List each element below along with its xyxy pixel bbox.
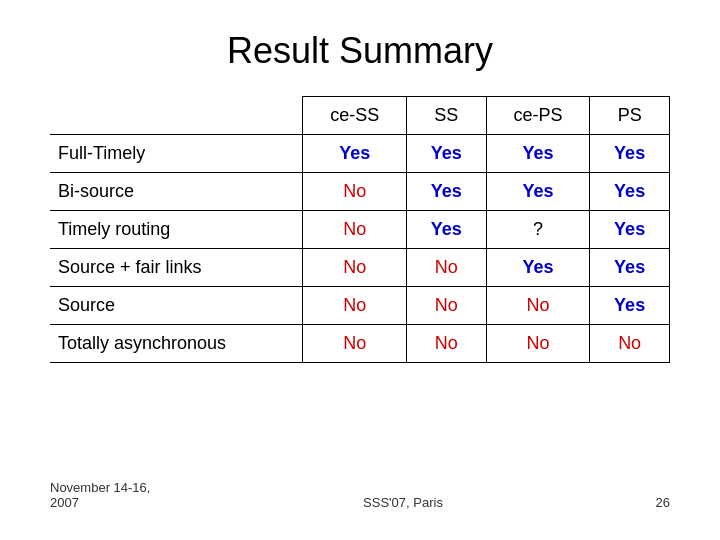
footer-page: 26: [656, 495, 670, 510]
table-row: Bi-sourceNoYesYesYes: [50, 173, 670, 211]
row-label: Source + fair links: [50, 249, 303, 287]
page-title: Result Summary: [227, 30, 493, 72]
table-cell: No: [486, 325, 590, 363]
table-cell: ?: [486, 211, 590, 249]
table-cell: No: [303, 249, 407, 287]
header-ce-ss: ce-SS: [303, 97, 407, 135]
table-cell: No: [407, 249, 487, 287]
table-cell: Yes: [407, 211, 487, 249]
page: Result Summary ce-SS SS ce-PS PS Full-Ti…: [0, 0, 720, 540]
table-cell: Yes: [486, 173, 590, 211]
table-cell: No: [590, 325, 670, 363]
table-row: SourceNoNoNoYes: [50, 287, 670, 325]
header-ce-ps: ce-PS: [486, 97, 590, 135]
table-cell: No: [303, 211, 407, 249]
table-row: Totally asynchronousNoNoNoNo: [50, 325, 670, 363]
header-empty: [50, 97, 303, 135]
table-wrapper: ce-SS SS ce-PS PS Full-TimelyYesYesYesYe…: [50, 96, 670, 363]
header-ss: SS: [407, 97, 487, 135]
footer-conference: SSS'07, Paris: [363, 495, 443, 510]
result-table: ce-SS SS ce-PS PS Full-TimelyYesYesYesYe…: [50, 96, 670, 363]
row-label: Full-Timely: [50, 135, 303, 173]
table-cell: Yes: [407, 135, 487, 173]
row-label: Source: [50, 287, 303, 325]
table-cell: Yes: [407, 173, 487, 211]
footer-date: November 14-16,2007: [50, 480, 150, 510]
table-cell: Yes: [590, 249, 670, 287]
table-cell: No: [407, 287, 487, 325]
table-cell: No: [303, 173, 407, 211]
row-label: Totally asynchronous: [50, 325, 303, 363]
table-cell: Yes: [590, 211, 670, 249]
table-cell: Yes: [486, 249, 590, 287]
table-cell: No: [303, 325, 407, 363]
table-cell: Yes: [303, 135, 407, 173]
table-cell: Yes: [590, 135, 670, 173]
row-label: Timely routing: [50, 211, 303, 249]
table-cell: No: [303, 287, 407, 325]
table-row: Source + fair linksNoNoYesYes: [50, 249, 670, 287]
table-cell: Yes: [590, 287, 670, 325]
table-cell: Yes: [590, 173, 670, 211]
footer: November 14-16,2007 SSS'07, Paris 26: [50, 480, 670, 520]
row-label: Bi-source: [50, 173, 303, 211]
header-ps: PS: [590, 97, 670, 135]
table-cell: No: [486, 287, 590, 325]
table-row: Full-TimelyYesYesYesYes: [50, 135, 670, 173]
table-row: Timely routingNoYes?Yes: [50, 211, 670, 249]
table-header-row: ce-SS SS ce-PS PS: [50, 97, 670, 135]
table-cell: Yes: [486, 135, 590, 173]
table-cell: No: [407, 325, 487, 363]
